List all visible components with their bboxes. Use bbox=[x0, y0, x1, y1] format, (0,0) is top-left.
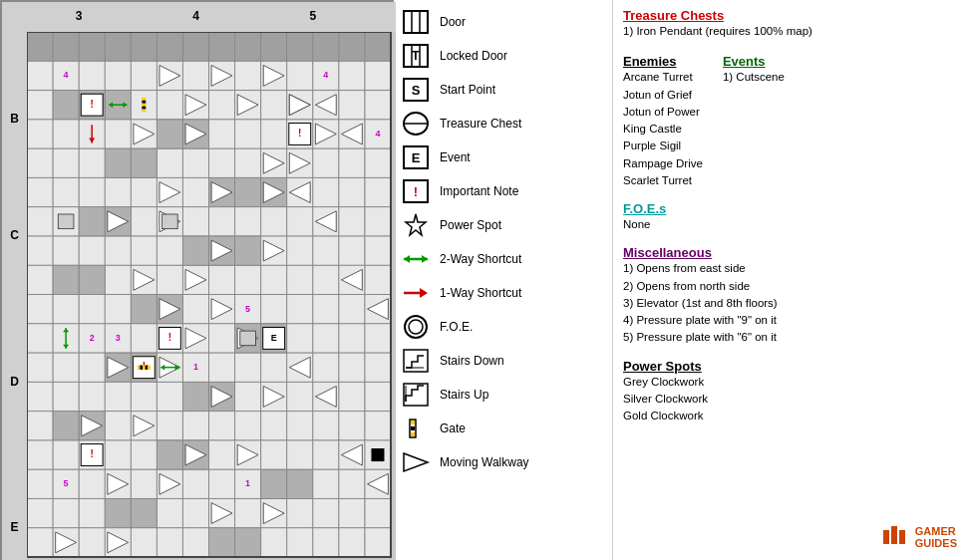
two-way-shortcut-label: 2-Way Shortcut bbox=[440, 252, 521, 266]
misc-item-0: 1) Opens from east side bbox=[623, 260, 955, 277]
treasure-chest-label: Treasure Chest bbox=[440, 117, 521, 131]
enemies-events-columns: Enemies Arcane Turret Jotun of Grief Jot… bbox=[623, 54, 955, 189]
power-spots-item-0: Grey Clockwork bbox=[623, 374, 955, 391]
treasure-chests-item-0: 1) Iron Pendant (requires 100% map) bbox=[623, 23, 955, 40]
legend-gate: Gate bbox=[400, 415, 606, 442]
legend-door: Door bbox=[400, 8, 606, 36]
two-way-shortcut-icon bbox=[400, 245, 432, 273]
svg-point-20 bbox=[409, 320, 423, 334]
enemies-item-2: Jotun of Power bbox=[623, 104, 703, 121]
info-area: Treasure Chests 1) Iron Pendant (require… bbox=[613, 0, 965, 560]
locked-door-icon: T bbox=[400, 42, 432, 70]
event-label: Event bbox=[440, 150, 471, 164]
event-icon: E bbox=[400, 143, 432, 171]
legend-event: E Event bbox=[400, 143, 606, 171]
miscellaneous-title: Miscellaneous bbox=[623, 245, 955, 260]
foe-icon bbox=[400, 313, 432, 341]
enemies-item-3: King Castle bbox=[623, 121, 703, 138]
power-spots-item-1: Silver Clockwork bbox=[623, 391, 955, 408]
legend-locked-door: T Locked Door bbox=[400, 42, 606, 70]
door-icon bbox=[400, 8, 432, 36]
svg-rect-27 bbox=[411, 426, 415, 430]
events-item-0: 1) Cutscene bbox=[723, 69, 785, 86]
svg-rect-32 bbox=[899, 530, 905, 544]
gate-icon bbox=[400, 415, 432, 442]
stairs-down-icon bbox=[400, 347, 432, 375]
gamer-guides-text: GAMERGUIDES bbox=[915, 525, 957, 549]
important-note-icon: ! bbox=[400, 177, 432, 205]
svg-rect-1 bbox=[412, 11, 420, 33]
one-way-shortcut-icon bbox=[400, 279, 432, 307]
foes-title: F.O.E.s bbox=[623, 201, 955, 216]
start-point-icon: S bbox=[400, 76, 432, 104]
important-note-label: Important Note bbox=[440, 184, 518, 198]
enemies-section: Enemies Arcane Turret Jotun of Grief Jot… bbox=[623, 54, 703, 189]
enemies-item-5: Rampage Drive bbox=[623, 155, 703, 172]
stairs-up-label: Stairs Up bbox=[440, 388, 488, 402]
legend-power-spot: Power Spot bbox=[400, 211, 606, 239]
locked-door-label: Locked Door bbox=[440, 49, 507, 63]
legend-foe: F.O.E. bbox=[400, 313, 606, 341]
misc-item-1: 2) Opens from north side bbox=[623, 278, 955, 295]
one-way-shortcut-label: 1-Way Shortcut bbox=[440, 286, 521, 300]
stairs-up-icon bbox=[400, 381, 432, 409]
svg-rect-28 bbox=[411, 432, 415, 436]
start-point-label: Start Point bbox=[440, 83, 495, 97]
events-title: Events bbox=[723, 54, 785, 69]
moving-walkway-icon bbox=[400, 448, 432, 476]
gamer-guides-logo: GAMERGUIDES bbox=[881, 522, 957, 552]
svg-rect-0 bbox=[404, 11, 428, 33]
map-area bbox=[0, 0, 394, 560]
foes-section: F.O.E.s None bbox=[623, 201, 955, 233]
svg-rect-23 bbox=[404, 384, 428, 406]
power-spots-section: Power Spots Grey Clockwork Silver Clockw… bbox=[623, 359, 955, 425]
treasure-chests-title: Treasure Chests bbox=[623, 8, 955, 23]
svg-marker-13 bbox=[406, 214, 426, 235]
treasure-chest-icon bbox=[400, 110, 432, 138]
legend-stairs-down: Stairs Down bbox=[400, 347, 606, 375]
svg-marker-16 bbox=[422, 255, 428, 263]
foes-item-0: None bbox=[623, 216, 955, 233]
enemies-item-0: Arcane Turret bbox=[623, 69, 703, 86]
svg-marker-29 bbox=[404, 453, 428, 471]
svg-text:T: T bbox=[412, 49, 420, 63]
misc-item-2: 3) Elevator (1st and 8th floors) bbox=[623, 295, 955, 312]
legend-moving-walkway: Moving Walkway bbox=[400, 448, 606, 476]
enemies-item-1: Jotun of Grief bbox=[623, 87, 703, 104]
svg-text:S: S bbox=[412, 83, 421, 98]
svg-marker-15 bbox=[404, 255, 410, 263]
legend-one-way-shortcut: 1-Way Shortcut bbox=[400, 279, 606, 307]
power-spots-item-2: Gold Clockwork bbox=[623, 408, 955, 424]
svg-marker-18 bbox=[420, 288, 428, 298]
door-label: Door bbox=[440, 15, 466, 29]
power-spots-title: Power Spots bbox=[623, 359, 955, 374]
stairs-down-label: Stairs Down bbox=[440, 354, 504, 368]
enemies-item-4: Purple Sigil bbox=[623, 138, 703, 154]
legend-area: Door T Locked Door S Start Point bbox=[394, 0, 613, 560]
svg-text:!: ! bbox=[414, 184, 418, 199]
power-spot-label: Power Spot bbox=[440, 218, 501, 232]
legend-start-point: S Start Point bbox=[400, 76, 606, 104]
legend-stairs-up: Stairs Up bbox=[400, 381, 606, 409]
svg-rect-31 bbox=[891, 526, 897, 544]
misc-item-3: 4) Pressure plate with "9" on it bbox=[623, 312, 955, 329]
gate-label: Gate bbox=[440, 421, 466, 435]
power-spot-icon bbox=[400, 211, 432, 239]
svg-text:E: E bbox=[412, 150, 421, 165]
enemies-item-6: Scarlet Turret bbox=[623, 172, 703, 189]
foe-label: F.O.E. bbox=[440, 320, 473, 334]
svg-rect-30 bbox=[883, 530, 889, 544]
miscellaneous-section: Miscellaneous 1) Opens from east side 2)… bbox=[623, 245, 955, 346]
legend-important-note: ! Important Note bbox=[400, 177, 606, 205]
legend-treasure-chest: Treasure Chest bbox=[400, 110, 606, 138]
treasure-chests-section: Treasure Chests 1) Iron Pendant (require… bbox=[623, 8, 955, 40]
moving-walkway-label: Moving Walkway bbox=[440, 455, 529, 469]
svg-rect-26 bbox=[411, 420, 415, 424]
legend-two-way-shortcut: 2-Way Shortcut bbox=[400, 245, 606, 273]
enemies-title: Enemies bbox=[623, 54, 703, 69]
misc-item-4: 5) Pressure plate with "6" on it bbox=[623, 329, 955, 346]
events-section: Events 1) Cutscene bbox=[723, 54, 785, 189]
